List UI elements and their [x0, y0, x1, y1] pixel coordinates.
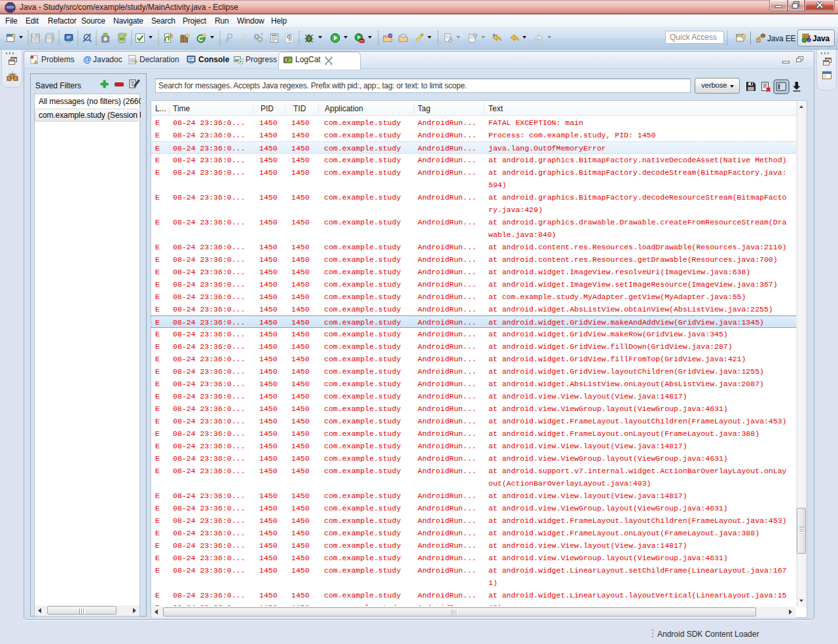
svg-text:!: !: [35, 61, 36, 64]
